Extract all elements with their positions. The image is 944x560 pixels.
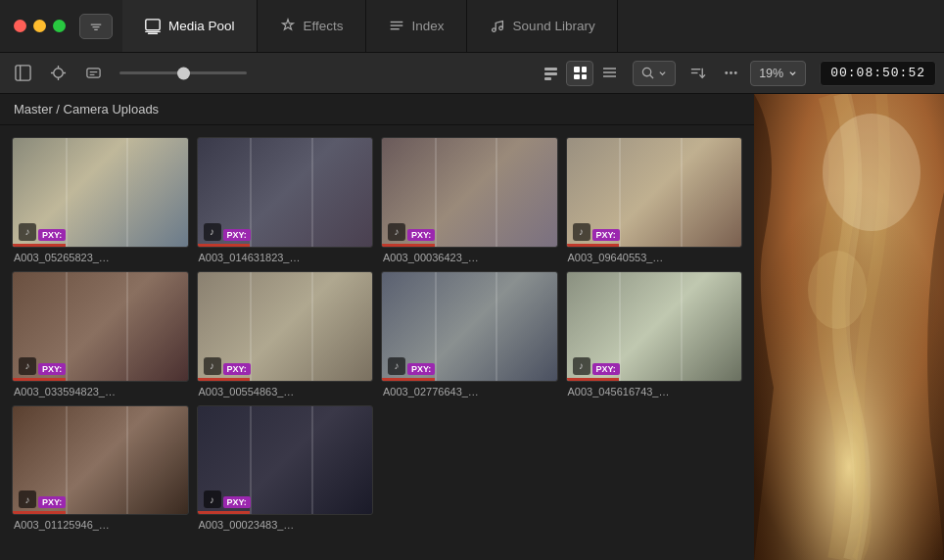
tab-effects[interactable]: Effects xyxy=(258,0,366,52)
svg-rect-14 xyxy=(544,77,551,80)
caption-button[interactable] xyxy=(78,60,108,87)
grid-view-button[interactable] xyxy=(566,61,593,86)
thumbnail[interactable]: ♪ PXY: xyxy=(197,405,374,516)
proxy-badge: PXY: xyxy=(592,363,620,375)
thumbnail[interactable]: ♪ PXY: xyxy=(566,271,743,382)
thumbnail[interactable]: ♪ PXY: xyxy=(381,271,558,382)
minimize-button[interactable] xyxy=(33,20,46,32)
media-item-label: A003_033594823_… xyxy=(12,386,189,397)
close-button[interactable] xyxy=(14,20,26,32)
thumbnail[interactable]: ♪ PXY: xyxy=(381,137,558,248)
proxy-badge: PXY: xyxy=(38,229,66,241)
svg-point-32 xyxy=(823,114,920,231)
clip-progress-bar xyxy=(198,511,251,514)
svg-rect-18 xyxy=(582,74,587,79)
thumbnail[interactable]: ♪ PXY: xyxy=(197,271,374,382)
list-item[interactable]: ♪ PXY: A003_09640553_… xyxy=(566,137,743,263)
media-item-label: A003_014631823_… xyxy=(197,252,374,263)
proxy-badge: PXY: xyxy=(592,229,620,241)
proxy-badge: PXY: xyxy=(223,363,251,375)
list-item[interactable]: ♪ PXY: A003_00036423_… xyxy=(381,137,558,263)
tab-media-pool[interactable]: Media Pool xyxy=(122,0,258,52)
clip-progress-bar xyxy=(13,511,66,514)
sort-button[interactable] xyxy=(684,61,711,86)
music-note-icon: ♪ xyxy=(388,357,405,375)
view-mode-group xyxy=(537,61,623,86)
music-note-icon: ♪ xyxy=(204,357,221,375)
list-item[interactable]: ♪ PXY: A003_00554863_… xyxy=(197,271,374,397)
media-item-label: A003_09640553_… xyxy=(566,252,743,263)
media-pool-panel: Master / Camera Uploads ♪ PXY: A003_0526… xyxy=(0,94,754,560)
media-item-label: A003_045616743_… xyxy=(566,386,743,397)
svg-rect-9 xyxy=(86,69,99,77)
zoom-level-label: 19% xyxy=(759,67,783,80)
media-item-label: A003_00036423_… xyxy=(381,252,558,263)
list-detail-view-button[interactable] xyxy=(537,61,564,86)
proxy-badge: PXY: xyxy=(223,496,251,508)
timecode-display: 00:08:50:52 xyxy=(820,61,936,86)
svg-rect-12 xyxy=(544,68,557,70)
clip-progress-bar xyxy=(567,378,620,381)
clip-progress-bar xyxy=(13,244,66,247)
list-item[interactable]: ♪ PXY: A003_05265823_… xyxy=(12,137,189,263)
clip-progress-bar xyxy=(567,244,620,247)
window-controls xyxy=(0,20,79,32)
svg-rect-17 xyxy=(574,74,580,79)
music-note-icon: ♪ xyxy=(388,223,405,241)
main-area: Master / Camera Uploads ♪ PXY: A003_0526… xyxy=(0,94,944,560)
list-item[interactable]: ♪ PXY: A003_014631823_… xyxy=(197,137,374,263)
tab-sound-library-label: Sound Library xyxy=(513,19,595,33)
thumbnail[interactable]: ♪ PXY: xyxy=(12,137,189,248)
list-item[interactable]: ♪ PXY: A003_033594823_… xyxy=(12,271,189,397)
tab-sound-library[interactable]: Sound Library xyxy=(467,0,618,52)
maximize-button[interactable] xyxy=(53,20,66,32)
list-item[interactable]: ♪ PXY: A003_01125946_… xyxy=(12,405,189,532)
zoom-slider[interactable] xyxy=(119,71,247,74)
thumbnail[interactable]: ♪ PXY: xyxy=(12,405,189,516)
list-item[interactable]: ♪ PXY: A003_00023483_… xyxy=(197,405,374,532)
music-note-icon: ♪ xyxy=(204,223,221,241)
music-note-icon: ♪ xyxy=(19,223,36,241)
svg-point-22 xyxy=(643,68,651,75)
svg-point-29 xyxy=(733,71,736,74)
tab-effects-label: Effects xyxy=(304,19,344,33)
transform-button[interactable] xyxy=(43,60,72,87)
svg-line-23 xyxy=(650,75,653,78)
svg-point-28 xyxy=(730,71,732,74)
workspace-dropdown-button[interactable] xyxy=(79,14,113,39)
svg-rect-15 xyxy=(574,67,580,72)
svg-point-33 xyxy=(808,251,867,329)
more-options-button[interactable] xyxy=(717,61,744,86)
toolbar: 19% 00:08:50:52 xyxy=(0,53,944,94)
search-button[interactable] xyxy=(633,61,676,86)
list-view-button[interactable] xyxy=(595,61,623,86)
tab-index-label: Index xyxy=(412,19,445,33)
zoom-control[interactable]: 19% xyxy=(750,61,806,86)
nav-tabs: Media Pool Effects Index Sound Library xyxy=(122,0,944,52)
svg-point-5 xyxy=(498,26,502,30)
music-note-icon: ♪ xyxy=(573,357,590,375)
media-item-label: A003_00023483_… xyxy=(197,519,374,531)
svg-rect-13 xyxy=(544,72,557,75)
thumbnail[interactable]: ♪ PXY: xyxy=(197,137,374,248)
clip-progress-bar xyxy=(198,244,251,247)
svg-rect-0 xyxy=(146,19,160,29)
media-item-label: A003_01125946_… xyxy=(12,519,189,531)
tab-index[interactable]: Index xyxy=(366,0,467,52)
media-item-label: A003_00554863_… xyxy=(197,386,374,397)
thumbnail[interactable]: ♪ PXY: xyxy=(12,271,189,382)
proxy-badge: PXY: xyxy=(38,496,66,508)
thumbnail[interactable]: ♪ PXY: xyxy=(566,137,743,248)
preview-panel xyxy=(754,94,944,560)
clip-progress-bar xyxy=(198,378,251,381)
toggle-sidebar-button[interactable] xyxy=(8,60,37,87)
list-item[interactable]: ♪ PXY: A003_02776643_… xyxy=(381,271,558,397)
tab-media-pool-label: Media Pool xyxy=(168,19,235,33)
proxy-badge: PXY: xyxy=(38,363,66,375)
proxy-badge: PXY: xyxy=(407,229,435,241)
list-item[interactable]: ♪ PXY: A003_045616743_… xyxy=(566,271,743,397)
titlebar: Media Pool Effects Index Sound Library xyxy=(0,0,944,53)
svg-point-8 xyxy=(53,69,62,77)
media-item-label: A003_05265823_… xyxy=(12,252,189,263)
svg-point-27 xyxy=(725,71,728,74)
